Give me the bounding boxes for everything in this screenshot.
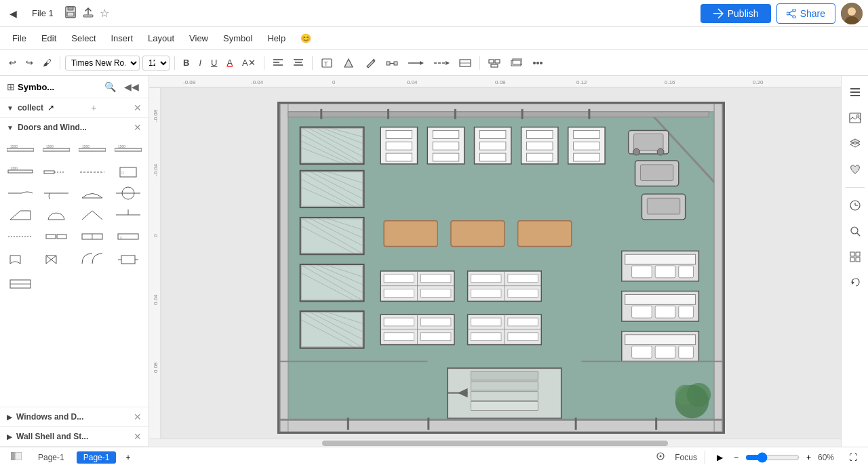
symbol-item[interactable]: 1500 bbox=[111, 140, 146, 160]
menu-extra[interactable]: 😊 bbox=[294, 31, 318, 46]
sidebar-search-button[interactable]: 🔍 bbox=[102, 80, 119, 94]
menu-layout[interactable]: Layout bbox=[141, 31, 181, 46]
bold-button[interactable]: B bbox=[180, 56, 193, 70]
symbol-item[interactable] bbox=[75, 161, 110, 182]
arrow-end-button[interactable] bbox=[430, 56, 453, 70]
symbol-item[interactable]: 1300 bbox=[3, 161, 37, 182]
arrow-style-button[interactable] bbox=[404, 56, 427, 70]
play-button[interactable]: ▶ bbox=[713, 451, 727, 464]
page-tab-inactive[interactable]: Page-1 bbox=[31, 451, 71, 464]
symbol-item[interactable] bbox=[111, 248, 146, 271]
symbol-item[interactable]: 1500 bbox=[3, 140, 37, 160]
properties-button[interactable] bbox=[844, 81, 866, 103]
star-button[interactable]: ☆ bbox=[100, 7, 109, 20]
group-button[interactable] bbox=[485, 56, 504, 70]
layer-button[interactable] bbox=[507, 56, 526, 70]
symbol-item[interactable] bbox=[111, 183, 146, 203]
menu-insert[interactable]: Insert bbox=[104, 31, 140, 46]
zoom-in-button[interactable]: + bbox=[802, 451, 815, 464]
history-button[interactable] bbox=[844, 195, 866, 216]
sidebar-section-windows-header[interactable]: ▶ Windows and D... ✕ bbox=[0, 407, 149, 426]
format-paint-button[interactable]: 🖌 bbox=[39, 56, 55, 70]
symbol-item[interactable] bbox=[75, 183, 110, 203]
publish-button[interactable]: Publish bbox=[701, 4, 771, 23]
align-more-button[interactable] bbox=[290, 56, 307, 70]
symbol-item[interactable] bbox=[3, 272, 37, 296]
svg-rect-157 bbox=[527, 142, 553, 150]
windows-close-button[interactable]: ✕ bbox=[134, 411, 142, 422]
wall-close-button[interactable]: ✕ bbox=[134, 431, 142, 442]
share-button[interactable]: Share bbox=[776, 3, 835, 24]
menu-edit[interactable]: Edit bbox=[35, 31, 63, 46]
symbol-item[interactable] bbox=[39, 161, 73, 182]
fullscreen-button[interactable]: ⛶ bbox=[845, 451, 861, 464]
user-avatar[interactable] bbox=[841, 3, 863, 24]
layers-button[interactable] bbox=[844, 133, 866, 155]
line-style-button[interactable] bbox=[456, 56, 475, 70]
sidebar-section-doors-header[interactable]: ▼ Doors and Wind... ✕ bbox=[0, 118, 149, 137]
sidebar-collapse-button[interactable]: ◀◀ bbox=[121, 80, 142, 94]
undo-history-button[interactable] bbox=[844, 272, 866, 293]
collect-add-button[interactable]: + bbox=[91, 102, 96, 113]
zoom-slider[interactable] bbox=[745, 452, 800, 463]
symbol-item[interactable]: □ bbox=[111, 226, 146, 247]
symbol-item[interactable]: 1500 bbox=[75, 140, 110, 160]
menu-select[interactable]: Select bbox=[64, 31, 102, 46]
symbol-item[interactable] bbox=[75, 205, 110, 225]
current-page-tab[interactable]: Page-1 bbox=[77, 451, 117, 464]
upload-button[interactable] bbox=[82, 6, 94, 21]
menu-help[interactable]: Help bbox=[260, 31, 292, 46]
text-insert-button[interactable]: T bbox=[317, 55, 336, 71]
back-button[interactable]: ◀ bbox=[5, 5, 21, 22]
collect-external-link[interactable]: ↗ bbox=[47, 103, 54, 113]
symbol-item[interactable]: □ bbox=[111, 161, 146, 182]
search-right-button[interactable] bbox=[844, 220, 866, 242]
heart-button[interactable] bbox=[844, 159, 866, 180]
zoom-out-button[interactable]: − bbox=[730, 451, 743, 464]
h-scrollbar[interactable] bbox=[149, 439, 841, 447]
h-scroll-thumb[interactable] bbox=[322, 441, 668, 446]
symbol-item[interactable] bbox=[3, 248, 37, 271]
font-family-select[interactable]: Times New Ro... bbox=[65, 56, 140, 70]
canvas-scroll[interactable]: -0.08 -0.04 0 0.04 0.08 bbox=[149, 88, 841, 439]
add-page-button[interactable]: + bbox=[121, 451, 134, 464]
collect-close-button[interactable]: ✕ bbox=[134, 102, 142, 113]
menu-file[interactable]: File bbox=[5, 31, 33, 46]
font-size-select[interactable]: 12 bbox=[142, 56, 170, 70]
redo-button[interactable]: ↪ bbox=[22, 56, 37, 70]
symbol-item[interactable] bbox=[3, 226, 37, 247]
svg-rect-98 bbox=[588, 109, 590, 119]
focus-button[interactable] bbox=[652, 450, 669, 464]
symbol-item[interactable] bbox=[39, 226, 73, 247]
sidebar-section-collect-header[interactable]: ▼ collect ↗ + ✕ bbox=[0, 98, 149, 117]
symbol-item[interactable]: 1500 bbox=[39, 140, 73, 160]
symbol-item[interactable] bbox=[75, 248, 110, 271]
undo-button[interactable]: ↩ bbox=[5, 56, 20, 70]
menu-symbol[interactable]: Symbol bbox=[216, 31, 259, 46]
connector-button[interactable] bbox=[382, 55, 401, 71]
sidebar-section-wall-header[interactable]: ▶ Wall Shell and St... ✕ bbox=[0, 427, 149, 446]
sidebar-toggle-button[interactable] bbox=[7, 451, 26, 464]
doors-close-button[interactable]: ✕ bbox=[134, 122, 142, 133]
save-button[interactable] bbox=[64, 6, 77, 21]
underline-button[interactable]: U bbox=[208, 56, 220, 70]
italic-button[interactable]: I bbox=[195, 56, 205, 70]
clear-format-button[interactable]: A✕ bbox=[239, 56, 259, 70]
floor-plan-svg[interactable] bbox=[277, 102, 725, 434]
more-tools-button[interactable] bbox=[528, 56, 547, 70]
font-color-button[interactable]: A bbox=[223, 56, 236, 70]
align-left-button[interactable] bbox=[269, 56, 287, 70]
svg-rect-178 bbox=[471, 289, 501, 298]
symbol-item[interactable] bbox=[75, 226, 110, 247]
symbol-item[interactable] bbox=[39, 183, 73, 203]
symbol-item[interactable] bbox=[39, 248, 73, 271]
symbol-item[interactable] bbox=[3, 183, 37, 203]
symbol-item[interactable] bbox=[111, 205, 146, 225]
menu-view[interactable]: View bbox=[182, 31, 215, 46]
symbol-item[interactable] bbox=[39, 205, 73, 225]
pen-button[interactable] bbox=[361, 55, 380, 71]
image-button[interactable] bbox=[844, 107, 866, 129]
fill-button[interactable] bbox=[339, 55, 358, 71]
symbol-item[interactable] bbox=[3, 205, 37, 225]
grid-button[interactable] bbox=[844, 246, 866, 268]
